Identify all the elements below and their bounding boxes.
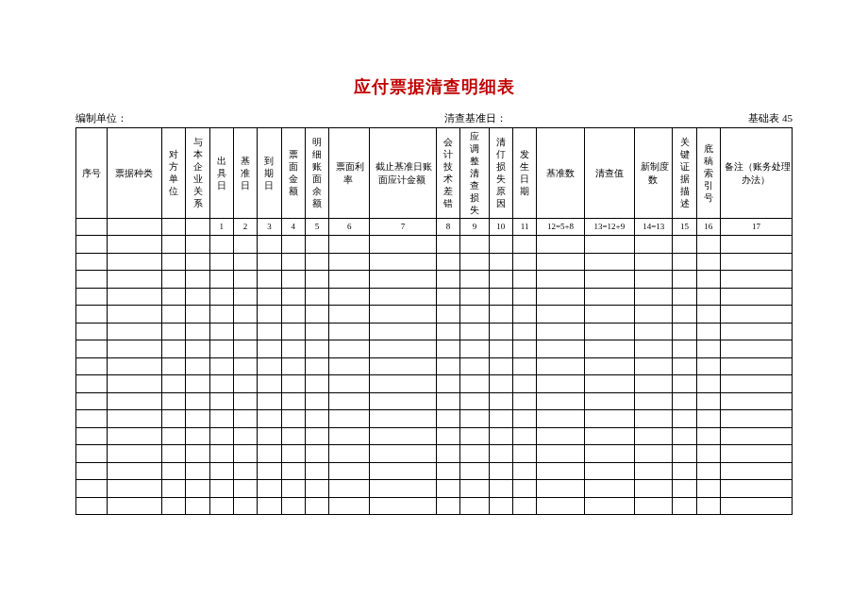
col-新制度数: 新制度数 <box>634 128 672 219</box>
table-cell <box>721 375 793 393</box>
table-cell <box>721 445 793 463</box>
table-cell <box>537 427 585 445</box>
table-cell <box>370 497 437 515</box>
formula-cell: 3 <box>258 219 281 236</box>
formula-cell: 17 <box>721 219 793 236</box>
table-cell <box>329 410 370 428</box>
table-cell <box>696 497 720 515</box>
table-cell <box>696 253 720 271</box>
table-cell <box>537 306 585 324</box>
table-cell <box>107 427 161 445</box>
table-cell <box>162 340 186 358</box>
table-cell <box>673 288 696 306</box>
table-cell <box>186 271 209 289</box>
table-cell <box>209 357 233 375</box>
table-cell <box>281 236 305 254</box>
table-cell <box>537 497 585 515</box>
table-cell <box>107 445 161 463</box>
table-cell <box>512 323 536 340</box>
table-cell <box>436 323 459 340</box>
table-cell <box>281 462 305 480</box>
table-cell <box>162 392 186 410</box>
table-cell <box>186 357 209 375</box>
table-cell <box>107 480 161 498</box>
table-cell <box>460 427 489 445</box>
table-cell <box>329 253 370 271</box>
table-cell <box>162 236 186 254</box>
meta-center-label: 清查基准日： <box>127 111 748 125</box>
table-cell <box>696 323 720 340</box>
table-cell <box>162 306 186 324</box>
table-cell <box>162 427 186 445</box>
table-cell <box>489 462 512 480</box>
table-cell <box>233 427 257 445</box>
table-body <box>76 236 793 515</box>
col-序号: 序号 <box>76 128 108 219</box>
table-cell <box>436 497 459 515</box>
table-cell <box>460 340 489 358</box>
table-cell <box>107 236 161 254</box>
table-cell <box>76 306 108 324</box>
table-cell <box>76 427 108 445</box>
table-row <box>76 253 793 271</box>
table-cell <box>436 288 459 306</box>
formula-cell: 1 <box>209 219 233 236</box>
table-cell <box>512 392 536 410</box>
col-应调整清查损失: 应调整清查损失 <box>460 128 489 219</box>
table-cell <box>76 375 108 393</box>
table-cell <box>673 271 696 289</box>
table-cell <box>436 392 459 410</box>
table-cell <box>209 497 233 515</box>
table-cell <box>370 357 437 375</box>
table-cell <box>512 445 536 463</box>
table-cell <box>329 462 370 480</box>
table-cell <box>512 462 536 480</box>
table-cell <box>370 288 437 306</box>
table-cell <box>696 375 720 393</box>
table-cell <box>634 323 672 340</box>
table-cell <box>107 323 161 340</box>
table-cell <box>634 306 672 324</box>
table-cell <box>76 288 108 306</box>
table-cell <box>634 392 672 410</box>
table-cell <box>512 253 536 271</box>
table-cell <box>329 306 370 324</box>
table-cell <box>233 410 257 428</box>
table-cell <box>721 323 793 340</box>
table-cell <box>186 253 209 271</box>
table-cell <box>258 427 281 445</box>
table-cell <box>186 445 209 463</box>
table-cell <box>370 340 437 358</box>
table-cell <box>209 462 233 480</box>
table-cell <box>209 288 233 306</box>
table-cell <box>673 480 696 498</box>
table-cell <box>436 427 459 445</box>
table-cell <box>512 375 536 393</box>
table-cell <box>258 375 281 393</box>
table-cell <box>329 271 370 289</box>
table-cell <box>209 445 233 463</box>
table-cell <box>233 306 257 324</box>
table-cell <box>305 306 328 324</box>
table-cell <box>281 253 305 271</box>
table-cell <box>696 392 720 410</box>
table-cell <box>721 253 793 271</box>
table-cell <box>76 480 108 498</box>
table-cell <box>673 497 696 515</box>
table-cell <box>512 288 536 306</box>
table-cell <box>537 340 585 358</box>
col-底稿索引号: 底稿索引号 <box>696 128 720 219</box>
table-cell <box>370 306 437 324</box>
table-cell <box>696 462 720 480</box>
table-cell <box>460 323 489 340</box>
formula-cell: 6 <box>329 219 370 236</box>
table-cell <box>186 340 209 358</box>
table-cell <box>436 410 459 428</box>
col-对方单位: 对方单位 <box>162 128 186 219</box>
table-cell <box>436 340 459 358</box>
table-cell <box>186 427 209 445</box>
table-cell <box>281 392 305 410</box>
col-截止基准日账面应计金额: 截止基准日账面应计金额 <box>370 128 437 219</box>
table-cell <box>76 271 108 289</box>
table-cell <box>436 375 459 393</box>
